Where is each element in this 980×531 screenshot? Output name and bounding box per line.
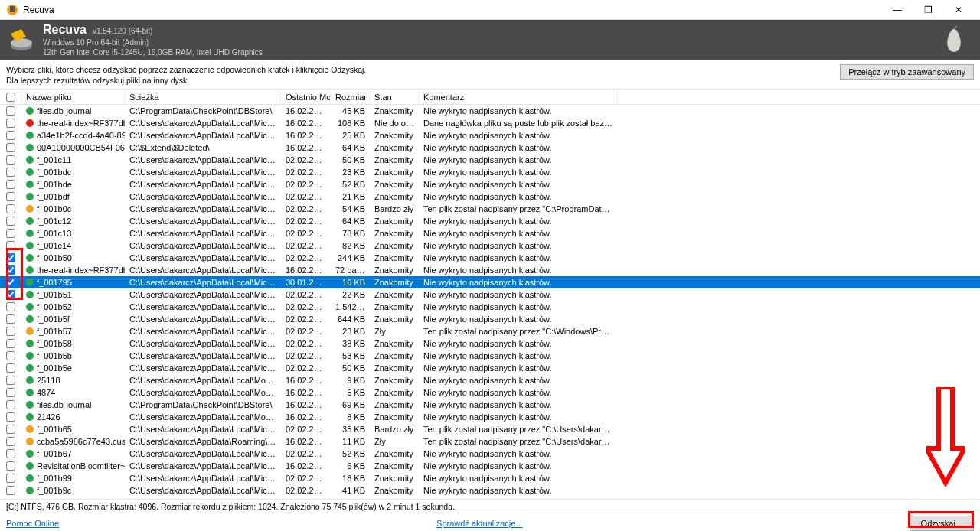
grid-body[interactable]: files.db-journalC:\ProgramData\CheckPoin… (0, 105, 980, 499)
table-row[interactable]: f_001b65C:\Users\dakarcz\AppData\Local\M… (0, 423, 980, 435)
table-row[interactable]: 4874C:\Users\dakarcz\AppData\Local\Mozil… (0, 386, 980, 399)
row-checkbox[interactable] (6, 180, 15, 189)
close-button[interactable]: ✕ (943, 1, 974, 19)
maximize-button[interactable]: ❐ (913, 1, 943, 19)
table-row[interactable]: f_001b58C:\Users\dakarcz\AppData\Local\M… (0, 337, 980, 350)
advanced-mode-button[interactable]: Przełącz w tryb zaawansowany (840, 64, 974, 80)
file-size: 82 KB (331, 241, 370, 250)
file-comment: Nie wykryto nadpisanych klastrów. (419, 412, 618, 422)
row-checkbox[interactable] (6, 217, 15, 226)
row-checkbox[interactable] (6, 388, 15, 397)
file-name: f_001b5e (37, 363, 72, 373)
table-row[interactable]: f_001c12C:\Users\dakarcz\AppData\Local\M… (0, 215, 980, 227)
col-date[interactable]: Ostatnio Mo... (281, 90, 331, 104)
row-checkbox[interactable] (6, 143, 15, 152)
col-path[interactable]: Ścieżka (125, 90, 281, 104)
row-checkbox[interactable] (6, 253, 15, 262)
file-state: Znakomity (370, 180, 419, 189)
row-checkbox[interactable] (6, 266, 15, 275)
row-checkbox[interactable] (6, 119, 15, 128)
row-checkbox[interactable] (6, 412, 15, 422)
file-path: C:\Users\dakarcz\AppData\Local\Microso..… (125, 229, 281, 238)
table-row[interactable]: f_001b5eC:\Users\dakarcz\AppData\Local\M… (0, 362, 980, 374)
row-checkbox[interactable] (6, 425, 15, 434)
row-checkbox[interactable] (6, 449, 15, 458)
file-state: Znakomity (370, 302, 419, 311)
status-dot-icon (26, 156, 34, 164)
row-checkbox[interactable] (6, 339, 15, 348)
table-row[interactable]: f_001b0cC:\Users\dakarcz\AppData\Local\M… (0, 203, 980, 215)
row-checkbox[interactable] (6, 376, 15, 385)
row-checkbox[interactable] (6, 241, 15, 250)
row-checkbox[interactable] (6, 400, 15, 409)
file-state: Bardzo zły (370, 204, 419, 213)
row-checkbox[interactable] (6, 327, 15, 336)
row-checkbox[interactable] (6, 474, 15, 483)
row-checkbox[interactable] (6, 155, 15, 165)
row-checkbox[interactable] (6, 437, 15, 446)
table-row[interactable]: f_001c11C:\Users\dakarcz\AppData\Local\M… (0, 154, 980, 166)
file-size: 69 KB (331, 400, 370, 409)
col-size[interactable]: Rozmiar (331, 90, 370, 104)
table-row[interactable]: f_001bdcC:\Users\dakarcz\AppData\Local\M… (0, 166, 980, 178)
col-comment[interactable]: Komentarz (419, 90, 618, 104)
file-state: Znakomity (370, 192, 419, 201)
table-row[interactable]: the-real-index~RF377db...C:\Users\dakarc… (0, 264, 980, 276)
table-row[interactable]: f_001bdfC:\Users\dakarcz\AppData\Local\M… (0, 191, 980, 203)
row-checkbox[interactable] (6, 351, 15, 360)
table-row[interactable]: the-real-index~RF377db...C:\Users\dakarc… (0, 117, 980, 129)
row-checkbox[interactable] (6, 106, 15, 116)
row-checkbox[interactable] (6, 229, 15, 238)
table-row[interactable]: f_001b5fC:\Users\dakarcz\AppData\Local\M… (0, 313, 980, 325)
file-state: Znakomity (370, 106, 419, 116)
table-row[interactable]: f_001b57C:\Users\dakarcz\AppData\Local\M… (0, 325, 980, 337)
table-row[interactable]: f_001bdeC:\Users\dakarcz\AppData\Local\M… (0, 178, 980, 191)
table-row[interactable]: a34e1b2f-ccdd-4a40-89...C:\Users\dakarcz… (0, 129, 980, 142)
table-row[interactable]: f_001795C:\Users\dakarcz\AppData\Local\M… (0, 276, 980, 288)
table-row[interactable]: 21426C:\Users\dakarcz\AppData\Local\Mozi… (0, 411, 980, 423)
row-checkbox[interactable] (6, 204, 15, 213)
col-state[interactable]: Stan (370, 90, 419, 104)
table-row[interactable]: f_001b52C:\Users\dakarcz\AppData\Local\M… (0, 301, 980, 313)
help-link[interactable]: Pomoc Online (6, 519, 59, 528)
table-row[interactable]: f_001b50C:\Users\dakarcz\AppData\Local\M… (0, 252, 980, 264)
table-row[interactable]: 25118C:\Users\dakarcz\AppData\Local\Mozi… (0, 374, 980, 386)
row-checkbox[interactable] (6, 363, 15, 373)
status-dot-icon (26, 389, 34, 396)
table-row[interactable]: f_001c14C:\Users\dakarcz\AppData\Local\M… (0, 239, 980, 252)
table-row[interactable]: f_001b5bC:\Users\dakarcz\AppData\Local\M… (0, 350, 980, 362)
file-date: 02.02.2025 1... (281, 339, 331, 348)
table-row[interactable]: f_001b9cC:\Users\dakarcz\AppData\Local\M… (0, 484, 980, 497)
file-date: 02.02.2025 1... (281, 486, 331, 495)
row-checkbox[interactable] (6, 192, 15, 201)
row-checkbox[interactable] (6, 461, 15, 471)
table-row[interactable]: RevisitationBloomfilter~...C:\Users\daka… (0, 460, 980, 472)
row-checkbox[interactable] (6, 302, 15, 311)
table-row[interactable]: files.db-journalC:\ProgramData\CheckPoin… (0, 399, 980, 411)
table-row[interactable]: f_001b67C:\Users\dakarcz\AppData\Local\M… (0, 448, 980, 460)
recover-button[interactable]: Odzyskaj... (910, 516, 974, 531)
col-name[interactable]: Nazwa pliku (21, 90, 125, 104)
minimize-button[interactable]: — (882, 1, 913, 19)
file-comment: Nie wykryto nadpisanych klastrów. (419, 388, 618, 397)
table-row[interactable]: 00A10000000CB54F06C...C:\$Extend\$Delete… (0, 142, 980, 154)
table-row[interactable]: f_001c13C:\Users\dakarcz\AppData\Local\M… (0, 227, 980, 239)
row-checkbox[interactable] (6, 314, 15, 324)
row-checkbox[interactable] (6, 290, 15, 299)
table-row[interactable]: f_001b99C:\Users\dakarcz\AppData\Local\M… (0, 472, 980, 484)
row-checkbox[interactable] (6, 486, 15, 495)
file-date: 30.01.2025 0... (281, 278, 331, 287)
file-date: 02.02.2025 1... (281, 204, 331, 213)
row-checkbox[interactable] (6, 131, 15, 140)
row-checkbox[interactable] (6, 168, 15, 177)
table-row[interactable]: f_001b51C:\Users\dakarcz\AppData\Local\M… (0, 288, 980, 301)
select-all-checkbox[interactable] (6, 93, 15, 102)
row-checkbox[interactable] (6, 278, 15, 287)
file-comment: Dane nagłówka pliku są puste lub plik zo… (419, 119, 618, 128)
file-comment: Nie wykryto nadpisanych klastrów. (419, 314, 618, 324)
file-comment: Ten plik został nadpisany przez "C:\Prog… (419, 204, 618, 213)
app-icon (6, 4, 18, 16)
table-row[interactable]: files.db-journalC:\ProgramData\CheckPoin… (0, 105, 980, 117)
table-row[interactable]: ccba5a5986c77e43.cust...C:\Users\dakarcz… (0, 435, 980, 448)
check-updates-link[interactable]: Sprawdź aktualizacje... (436, 519, 523, 528)
